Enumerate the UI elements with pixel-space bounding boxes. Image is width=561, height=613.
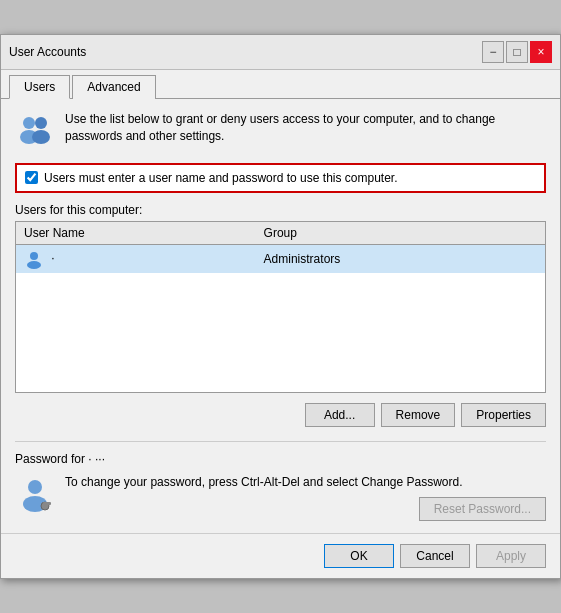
password-section: Password for · ··· To change your passwo…	[15, 441, 546, 521]
close-button[interactable]: ×	[530, 41, 552, 63]
tab-users[interactable]: Users	[9, 75, 70, 99]
bottom-buttons: OK Cancel Apply	[1, 533, 560, 578]
window-title: User Accounts	[9, 45, 86, 59]
reset-btn-area: Reset Password...	[65, 497, 546, 521]
user-accounts-window: User Accounts − □ × Users Advanced	[0, 34, 561, 579]
maximize-button[interactable]: □	[506, 41, 528, 63]
svg-point-2	[35, 117, 47, 129]
svg-point-6	[28, 480, 42, 494]
cell-username: ·	[16, 244, 256, 273]
table-empty-row	[16, 273, 546, 303]
table-empty-row	[16, 333, 546, 363]
main-content: Use the list below to grant or deny user…	[1, 99, 560, 533]
col-header-group: Group	[256, 221, 546, 244]
table-empty-row	[16, 303, 546, 333]
table-empty-row	[16, 363, 546, 393]
table-row[interactable]: · Administrators	[16, 244, 546, 273]
remove-button[interactable]: Remove	[381, 403, 456, 427]
title-bar-buttons: − □ ×	[482, 41, 552, 63]
table-actions: Add... Remove Properties	[15, 403, 546, 427]
cell-group: Administrators	[256, 244, 546, 273]
col-header-username: User Name	[16, 221, 256, 244]
password-description: To change your password, press Ctrl-Alt-…	[65, 474, 546, 491]
add-button[interactable]: Add...	[305, 403, 375, 427]
svg-rect-9	[43, 502, 51, 505]
cancel-button[interactable]: Cancel	[400, 544, 470, 568]
properties-button[interactable]: Properties	[461, 403, 546, 427]
info-text: Use the list below to grant or deny user…	[65, 111, 546, 145]
must-login-checkbox-container: Users must enter a user name and passwor…	[15, 163, 546, 193]
users-icon	[15, 111, 55, 151]
svg-point-5	[27, 261, 41, 269]
users-table: User Name Group · Administrators	[15, 221, 546, 394]
password-section-title: Password for · ···	[15, 452, 546, 466]
user-row-icon	[24, 249, 44, 269]
password-info: To change your password, press Ctrl-Alt-…	[15, 474, 546, 521]
apply-button[interactable]: Apply	[476, 544, 546, 568]
must-login-label[interactable]: Users must enter a user name and passwor…	[44, 171, 398, 185]
users-table-label: Users for this computer:	[15, 203, 546, 217]
svg-point-0	[23, 117, 35, 129]
svg-point-3	[32, 130, 50, 144]
title-bar: User Accounts − □ ×	[1, 35, 560, 70]
minimize-button[interactable]: −	[482, 41, 504, 63]
tab-bar: Users Advanced	[1, 70, 560, 99]
password-user-icon	[15, 474, 55, 514]
ok-button[interactable]: OK	[324, 544, 394, 568]
info-section: Use the list below to grant or deny user…	[15, 111, 546, 151]
reset-password-button[interactable]: Reset Password...	[419, 497, 546, 521]
svg-point-4	[30, 252, 38, 260]
must-login-checkbox[interactable]	[25, 171, 38, 184]
tab-advanced[interactable]: Advanced	[72, 75, 155, 99]
